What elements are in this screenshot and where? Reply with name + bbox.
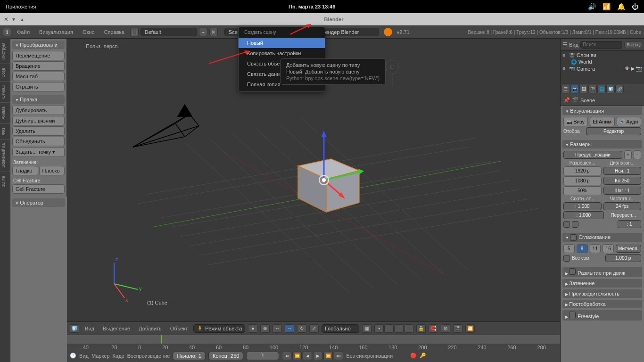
start-frame-field[interactable]: Начало:1 (173, 352, 206, 360)
post-panel-header[interactable]: Постобработка (562, 300, 642, 308)
mirror-button[interactable]: Отразить (12, 82, 65, 91)
editor-3dview-icon[interactable]: 🧊 (70, 324, 79, 333)
visibility-icon[interactable]: 👁 (625, 66, 630, 72)
jump-start-icon[interactable]: ⏮ (282, 352, 291, 360)
tl-menu-playback[interactable]: Воспроизведение (127, 353, 170, 359)
menu-file[interactable]: Файл (13, 27, 33, 37)
layer-4[interactable] (404, 324, 413, 333)
auto-keyframe-icon[interactable]: 🔴 (410, 353, 417, 359)
pivot-icon[interactable]: ⊕ (260, 324, 270, 333)
shading-panel-header[interactable]: Затенение (562, 279, 642, 288)
vp-menu-add[interactable]: Добавить (136, 324, 165, 333)
dimensions-panel-header[interactable]: Размеры (562, 140, 642, 148)
smooth-button[interactable]: Гладко (12, 166, 38, 175)
tab-grease[interactable]: Эскизный ка (0, 139, 10, 172)
manip-toggle-icon[interactable]: ↔ (272, 324, 282, 333)
outliner-tree[interactable]: ⊕🎬 Слои ви 🌐 World ⊕📷 Camera 👁▶📷 (561, 51, 644, 83)
props-editor-icon[interactable]: ☰ (561, 85, 570, 93)
outliner-search-input[interactable] (580, 41, 622, 49)
os-apps-menu[interactable]: Приложения (6, 4, 36, 9)
aa-16[interactable]: 16 (603, 244, 614, 253)
transform-header[interactable]: Преобразовани (12, 41, 65, 49)
timeline-playhead[interactable] (161, 335, 162, 344)
tab-relations[interactable]: Отнош (0, 81, 10, 102)
aa-8[interactable]: 8 (577, 244, 588, 253)
scene-tab-icon[interactable]: 🎬 (588, 85, 597, 93)
lock-camera-icon[interactable]: 🔒 (416, 324, 426, 333)
crop-checkbox[interactable] (572, 221, 578, 228)
snap-icon[interactable]: 🧲 (429, 324, 438, 333)
layer-3[interactable] (394, 324, 404, 333)
menu-render[interactable]: Визуализация (35, 27, 77, 37)
step-frame-prop[interactable]: Шаг : 1 (603, 187, 642, 195)
back-to-prev-icon[interactable]: ⬚ (130, 28, 139, 36)
manip-rotate-icon[interactable]: ↻ (297, 324, 306, 333)
outliner-item-camera[interactable]: ⊕📷 Camera 👁▶📷 (562, 65, 642, 72)
tab-physics[interactable]: Физ (0, 123, 10, 139)
mblur-panel-header[interactable]: Размытие при движ (562, 267, 642, 277)
layer-1[interactable]: ▪ (374, 324, 384, 333)
full-sample-checkbox[interactable] (563, 255, 570, 262)
render-vis-icon[interactable]: 📷 (636, 66, 642, 72)
render-button[interactable]: 📷Визу (563, 117, 588, 126)
aspect-field[interactable]: : 1.000 (563, 202, 602, 210)
preset-dropdown[interactable]: Предус...изации (563, 151, 622, 159)
duplicate-linked-button[interactable]: Дублир...вязями (12, 116, 65, 125)
aa-filter-dropdown[interactable]: Митчелл- (616, 245, 641, 253)
keyframe-next-icon[interactable]: ⏩ (323, 352, 333, 360)
menu-window[interactable]: Окно (79, 27, 99, 37)
editor-type-icon[interactable]: ℹ (3, 28, 11, 36)
duplicate-button[interactable]: Дублировать (12, 106, 65, 115)
set-origin-button[interactable]: Задать... точку ▾ (12, 147, 65, 157)
object-tab-icon[interactable]: 🧊 (606, 85, 615, 93)
screen-layout-dropdown[interactable]: Default (140, 28, 197, 36)
tab-create[interactable]: Созд (0, 64, 10, 82)
aa-5[interactable]: 5 (563, 244, 575, 253)
res-pct-field[interactable]: 50% (563, 186, 602, 195)
play-icon[interactable]: ▶ (313, 352, 322, 360)
layout-add-icon[interactable]: + (199, 28, 207, 36)
ctx-copy-settings[interactable]: Копировать настройки (239, 48, 325, 58)
fps-field[interactable]: 24 fps (603, 202, 642, 210)
operator-header[interactable]: Оператор (12, 198, 65, 207)
outliner-item-renderlayers[interactable]: ⊕🎬 Слои ви (562, 52, 642, 58)
tab-tools[interactable]: Инструм (0, 39, 10, 64)
performance-panel-header[interactable]: Производительность (562, 289, 642, 298)
render-tab-icon[interactable]: 📷 (570, 85, 579, 93)
tl-menu-view[interactable]: Вид (79, 353, 89, 359)
tab-animation[interactable]: Анима (0, 102, 10, 123)
notifications-icon[interactable]: 🔔 (617, 3, 625, 10)
minimize-icon[interactable]: ▾ (12, 16, 19, 23)
remap-field[interactable]: : 1 (618, 220, 641, 228)
select-icon[interactable]: ▶ (631, 66, 635, 72)
outliner-view-menu[interactable]: Вид (569, 42, 578, 48)
maximize-icon[interactable]: ▴ (21, 16, 27, 23)
start-frame-prop[interactable]: Нач.: 1 (603, 167, 642, 175)
edit-header[interactable]: Правка (12, 95, 65, 104)
display-dropdown[interactable]: Редактор (586, 127, 641, 135)
flat-button[interactable]: Плоско (39, 166, 65, 175)
timeline-track[interactable] (67, 335, 560, 344)
jump-end-icon[interactable]: ⏭ (334, 352, 343, 360)
vp-menu-select[interactable]: Выделение (100, 324, 133, 333)
constraints-tab-icon[interactable]: 🔗 (615, 85, 624, 93)
outliner-editor-icon[interactable]: ☰ (562, 41, 567, 48)
mblur-checkbox[interactable] (569, 268, 576, 275)
outliner-filter-button[interactable]: Все сц (624, 41, 642, 48)
orientation-dropdown[interactable]: Глобально (322, 324, 359, 333)
ctx-new[interactable]: Новый (239, 38, 325, 48)
play-reverse-icon[interactable]: ◀ (303, 352, 312, 360)
render-panel-header[interactable]: Визуализация (562, 107, 642, 115)
render-layers-tab-icon[interactable]: 🖼 (579, 85, 588, 93)
tl-menu-frame[interactable]: Кадр (113, 353, 124, 359)
end-frame-field[interactable]: Конец:250 (208, 352, 243, 360)
filter-size-field[interactable]: 1.000 р (605, 254, 642, 262)
aa-11[interactable]: 11 (590, 244, 601, 253)
render-engine-dropdown[interactable]: Рендер Blender (318, 28, 379, 36)
translate-button[interactable]: Перемещение (12, 51, 65, 60)
res-x-field[interactable]: 1920 р (563, 166, 602, 175)
freestyle-panel-header[interactable]: Freestyle (562, 310, 642, 321)
freestyle-checkbox[interactable] (569, 312, 576, 318)
border-checkbox[interactable] (563, 221, 570, 228)
tl-menu-marker[interactable]: Маркер (91, 353, 110, 359)
